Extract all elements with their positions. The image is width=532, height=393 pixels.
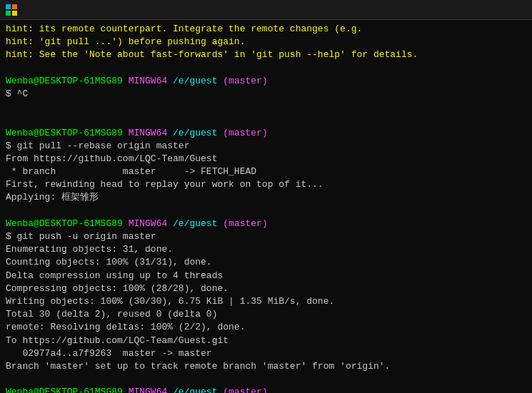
blank-line xyxy=(6,101,526,113)
mingw-icon xyxy=(6,4,17,16)
prompt-shell: MINGW64 xyxy=(129,76,168,86)
prompt-user: Wenba@DESKTOP-61MSG89 xyxy=(6,387,123,393)
minimize-button[interactable] xyxy=(461,3,481,17)
title-bar xyxy=(0,0,532,20)
prompt-path: /e/guest xyxy=(173,218,217,229)
output-line: Delta compression using up to 4 threads xyxy=(6,270,526,282)
title-bar-controls xyxy=(461,3,526,17)
prompt-line: Wenba@DESKTOP-61MSG89 MINGW64 /e/guest (… xyxy=(6,75,526,88)
blank-line xyxy=(6,205,526,218)
command-line: $ ^C xyxy=(6,88,526,101)
svg-rect-2 xyxy=(6,11,11,16)
output-line: Enumerating objects: 31, done. xyxy=(6,243,526,256)
command-line: $ git pull --rebase origin master xyxy=(6,140,526,153)
terminal-output: hint: its remote counterpart. Integrate … xyxy=(0,20,532,393)
hint-line: hint: See the 'Note about fast-forwards'… xyxy=(6,49,526,61)
prompt-shell: MINGW64 xyxy=(129,387,168,393)
close-button[interactable] xyxy=(506,3,526,17)
blank-line xyxy=(6,113,526,126)
title-bar-left xyxy=(6,4,21,16)
output-line: First, rewinding head to replay your wor… xyxy=(6,178,526,191)
prompt-path: /e/guest xyxy=(173,76,217,86)
output-line: To https://github.com/LQC-Team/Guest.git xyxy=(6,335,526,347)
prompt-path: /e/guest xyxy=(173,387,217,393)
prompt-user: Wenba@DESKTOP-61MSG89 xyxy=(6,128,123,138)
output-line: Branch 'master' set up to track remote b… xyxy=(6,360,526,373)
output-line: remote: Resolving deltas: 100% (2/2), do… xyxy=(6,321,526,334)
prompt-shell: MINGW64 xyxy=(129,218,168,229)
svg-rect-3 xyxy=(12,11,17,16)
output-line: From https://github.com/LQC-Team/Guest xyxy=(6,153,526,165)
output-line: 02977a4..a7f9263 master -> master xyxy=(6,347,526,360)
output-line: Counting objects: 100% (31/31), done. xyxy=(6,256,526,269)
prompt-shell: MINGW64 xyxy=(129,128,168,138)
prompt-user: Wenba@DESKTOP-61MSG89 xyxy=(6,76,123,86)
output-line: Writing objects: 100% (30/30), 6.75 KiB … xyxy=(6,295,526,308)
prompt-user: Wenba@DESKTOP-61MSG89 xyxy=(6,218,123,229)
prompt-branch: (master) xyxy=(223,128,267,138)
prompt-line: Wenba@DESKTOP-61MSG89 MINGW64 /e/guest (… xyxy=(6,386,526,393)
output-line: * branch master -> FETCH_HEAD xyxy=(6,165,526,178)
svg-rect-0 xyxy=(6,4,11,9)
blank-line xyxy=(6,373,526,386)
output-line: Applying: 框架雏形 xyxy=(6,191,526,204)
hint-line: hint: 'git pull ...') before pushing aga… xyxy=(6,36,526,49)
command-line: $ git push -u origin master xyxy=(6,230,526,243)
hint-line: hint: its remote counterpart. Integrate … xyxy=(6,23,526,36)
prompt-line: Wenba@DESKTOP-61MSG89 MINGW64 /e/guest (… xyxy=(6,218,526,230)
output-line: Total 30 (delta 2), reused 0 (delta 0) xyxy=(6,308,526,321)
window: hint: its remote counterpart. Integrate … xyxy=(0,0,532,393)
prompt-branch: (master) xyxy=(223,218,267,229)
blank-line xyxy=(6,62,526,75)
svg-rect-1 xyxy=(12,4,17,9)
prompt-path: /e/guest xyxy=(173,128,217,138)
maximize-button[interactable] xyxy=(483,3,503,17)
output-line: Compressing objects: 100% (28/28), done. xyxy=(6,282,526,295)
prompt-branch: (master) xyxy=(223,76,267,86)
prompt-branch: (master) xyxy=(223,387,267,393)
prompt-line: Wenba@DESKTOP-61MSG89 MINGW64 /e/guest (… xyxy=(6,127,526,140)
